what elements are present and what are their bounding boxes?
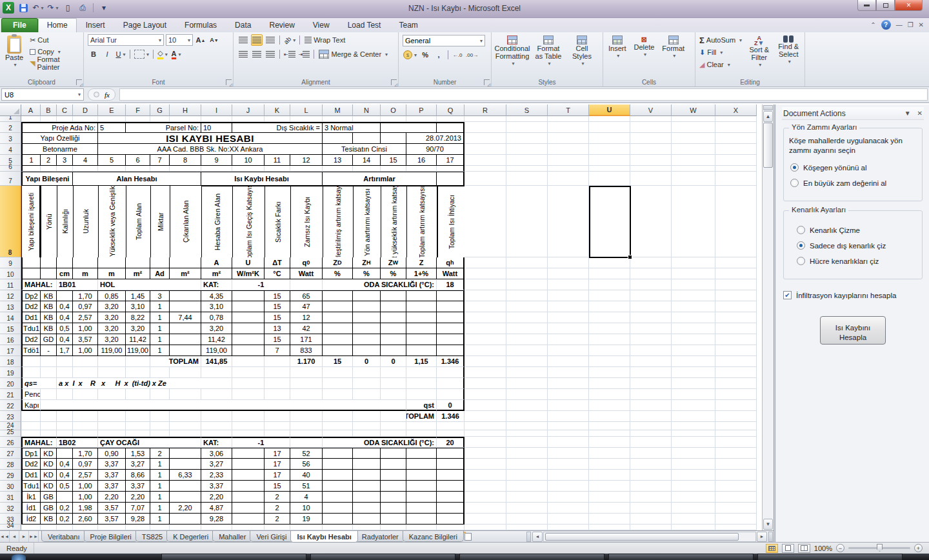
cell[interactable] xyxy=(21,116,41,122)
cell[interactable] xyxy=(232,459,265,470)
cell[interactable] xyxy=(73,430,98,437)
font-dialog-launcher[interactable] xyxy=(226,79,232,85)
cell[interactable]: ZH xyxy=(353,257,381,268)
page-layout-view-button[interactable] xyxy=(782,544,794,553)
cell[interactable] xyxy=(150,116,170,122)
cell[interactable] xyxy=(170,514,201,525)
cell[interactable] xyxy=(548,312,589,323)
cell[interactable]: 1,00 xyxy=(73,481,98,492)
cell[interactable]: °C xyxy=(265,268,290,279)
cell[interactable] xyxy=(232,356,265,367)
zoom-level[interactable]: 100% xyxy=(814,545,832,552)
cell[interactable] xyxy=(437,459,464,470)
align-left-button[interactable] xyxy=(237,48,249,60)
cell[interactable] xyxy=(672,172,715,186)
row-header-8[interactable]: 8 xyxy=(0,186,21,257)
shrink-font-button[interactable]: A▼ xyxy=(208,34,220,46)
cell[interactable] xyxy=(21,367,41,378)
minimize-ribbon-icon[interactable]: ⌃ xyxy=(870,21,875,28)
cell[interactable] xyxy=(437,430,464,437)
cell[interactable] xyxy=(506,481,548,492)
cell[interactable] xyxy=(406,323,437,334)
cell[interactable] xyxy=(630,116,672,122)
bold-button[interactable]: B xyxy=(88,48,99,60)
cell[interactable]: 4 xyxy=(73,155,98,166)
cell[interactable]: 7,07 xyxy=(126,503,150,514)
row-header-12[interactable]: 12 xyxy=(0,290,21,301)
cell[interactable] xyxy=(406,481,437,492)
cell[interactable] xyxy=(170,411,201,422)
zoom-in-icon[interactable]: + xyxy=(914,544,923,552)
cell[interactable] xyxy=(381,459,406,470)
column-header-F[interactable]: F xyxy=(126,105,150,116)
cell[interactable] xyxy=(464,492,506,503)
calculate-heat-loss-button[interactable]: Isı Kaybını Hesapla xyxy=(820,316,886,345)
cell[interactable] xyxy=(589,492,630,503)
page-break-view-button[interactable] xyxy=(798,544,810,553)
cell[interactable]: 15 xyxy=(265,290,290,301)
cell[interactable]: 3,20 xyxy=(98,301,126,312)
cell[interactable]: 10 xyxy=(290,503,323,514)
taskbar-app[interactable] xyxy=(161,554,306,560)
cell[interactable] xyxy=(672,116,715,122)
cell[interactable] xyxy=(672,122,715,133)
cell[interactable] xyxy=(464,459,506,470)
column-header-G[interactable]: G xyxy=(150,105,170,116)
cell[interactable] xyxy=(170,323,201,334)
cell[interactable] xyxy=(323,301,353,312)
radio-diagonal-direction[interactable]: Köşegen yönünü al xyxy=(790,163,915,172)
cell[interactable]: KD xyxy=(41,448,57,459)
cell[interactable] xyxy=(98,525,126,530)
cell[interactable] xyxy=(715,144,757,155)
cell[interactable]: 6 xyxy=(126,155,150,166)
cell[interactable] xyxy=(265,356,290,367)
cell[interactable] xyxy=(265,116,290,122)
cell[interactable] xyxy=(353,323,381,334)
cell[interactable] xyxy=(150,411,170,422)
cell[interactable] xyxy=(126,389,150,400)
cell[interactable] xyxy=(630,448,672,459)
cell[interactable] xyxy=(548,290,589,301)
cell[interactable] xyxy=(589,459,630,470)
column-header-O[interactable]: O xyxy=(381,105,406,116)
cell[interactable]: 0 xyxy=(353,356,381,367)
cell[interactable] xyxy=(150,166,170,172)
row-header-30[interactable]: 30 xyxy=(0,481,21,492)
cell[interactable]: Tdu1 xyxy=(21,323,41,334)
cell[interactable] xyxy=(715,186,757,257)
cell[interactable]: m² xyxy=(201,268,232,279)
paste-button[interactable]: Paste▾ xyxy=(3,34,26,70)
cell[interactable] xyxy=(170,459,201,470)
cell[interactable]: Pencere xyxy=(21,389,41,400)
cell[interactable]: GB xyxy=(41,503,57,514)
row-header-13[interactable]: 13 xyxy=(0,301,21,312)
cell[interactable] xyxy=(41,367,57,378)
cell[interactable] xyxy=(437,116,464,122)
cell[interactable] xyxy=(150,257,170,268)
cell[interactable] xyxy=(715,514,757,525)
cell[interactable]: 2 xyxy=(150,448,170,459)
cell[interactable] xyxy=(170,345,201,356)
cell[interactable] xyxy=(715,301,757,312)
cell[interactable] xyxy=(589,166,630,172)
cell[interactable]: 1.170 xyxy=(290,356,323,367)
cell[interactable] xyxy=(589,400,630,411)
cell[interactable] xyxy=(381,411,406,422)
orientation-button[interactable]: ab▾ xyxy=(283,34,296,46)
cell[interactable] xyxy=(464,279,506,290)
cell[interactable]: İd2 xyxy=(21,514,41,525)
cell[interactable]: - xyxy=(41,345,57,356)
cell[interactable]: 0,5 xyxy=(57,323,73,334)
row-header-2[interactable]: 2 xyxy=(0,122,21,133)
cell[interactable] xyxy=(57,422,73,430)
cell[interactable]: ISI KAYBI HESABI xyxy=(98,133,323,144)
cell[interactable] xyxy=(323,133,353,144)
cell[interactable] xyxy=(715,268,757,279)
start-orb-icon[interactable] xyxy=(12,554,26,560)
cell[interactable] xyxy=(265,166,290,172)
borders-button[interactable]: ▾ xyxy=(134,48,150,60)
cell[interactable]: 1 xyxy=(150,481,170,492)
cell[interactable] xyxy=(170,367,201,378)
underline-button[interactable]: U▾ xyxy=(115,48,126,60)
cell[interactable] xyxy=(73,356,98,367)
